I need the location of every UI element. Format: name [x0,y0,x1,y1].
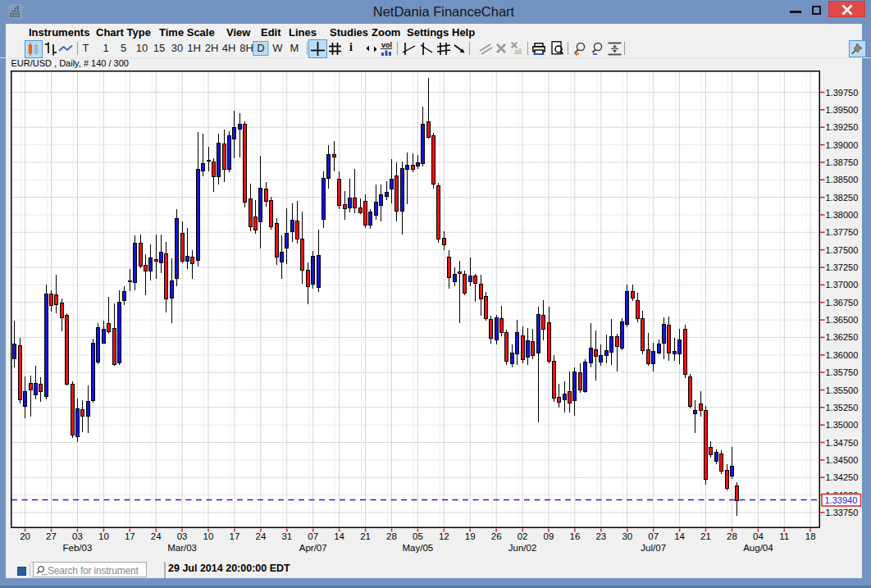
svg-text:03: 03 [177,531,188,541]
svg-text:30: 30 [622,531,632,541]
svg-text:1.38500: 1.38500 [826,175,859,185]
svg-text:12: 12 [439,531,449,541]
svg-text:1.38750: 1.38750 [826,157,859,167]
svg-text:1.36750: 1.36750 [826,298,859,308]
svg-text:28: 28 [727,531,737,541]
svg-text:Feb/03: Feb/03 [62,543,92,553]
svg-text:11: 11 [779,531,789,541]
svg-text:28: 28 [386,531,397,541]
svg-text:1.38000: 1.38000 [826,210,859,220]
svg-text:1.34500: 1.34500 [826,455,859,465]
svg-text:07: 07 [308,531,318,541]
svg-text:Jun/02: Jun/02 [508,543,537,553]
svg-text:21: 21 [360,531,371,541]
svg-text:1.34750: 1.34750 [826,438,859,448]
svg-text:1.37250: 1.37250 [826,262,859,272]
svg-text:1.36250: 1.36250 [826,332,859,342]
svg-text:24: 24 [256,531,267,541]
svg-text:1.33750: 1.33750 [826,508,859,517]
svg-text:10: 10 [203,531,214,541]
svg-text:1.35750: 1.35750 [826,367,859,377]
svg-text:16: 16 [570,531,581,541]
svg-text:20: 20 [20,531,30,541]
svg-text:31: 31 [281,531,292,541]
svg-text:27: 27 [46,531,57,541]
svg-text:1.35500: 1.35500 [826,385,859,395]
svg-text:17: 17 [125,531,135,541]
svg-text:1.39750: 1.39750 [826,88,859,98]
svg-text:1.39250: 1.39250 [826,122,859,132]
svg-text:1.35250: 1.35250 [826,403,859,413]
svg-text:1.35000: 1.35000 [826,420,859,430]
svg-text:21: 21 [700,531,711,541]
svg-text:26: 26 [491,531,502,541]
svg-text:1.36500: 1.36500 [826,315,859,325]
svg-text:07: 07 [648,531,659,541]
svg-text:23: 23 [595,531,606,541]
svg-text:Jul/07: Jul/07 [641,543,666,553]
svg-text:14: 14 [334,531,344,541]
svg-text:24: 24 [151,531,162,541]
svg-text:04: 04 [753,531,764,541]
svg-text:EUR/USD , Daily, # 140 / 300: EUR/USD , Daily, # 140 / 300 [11,58,129,68]
svg-text:Apr/07: Apr/07 [299,543,327,553]
svg-text:09: 09 [544,531,554,541]
svg-text:10: 10 [98,531,109,541]
svg-text:17: 17 [230,531,240,541]
svg-text:1.33940: 1.33940 [825,495,858,505]
svg-text:1.37000: 1.37000 [826,280,859,289]
svg-text:Mar/03: Mar/03 [167,543,197,553]
svg-text:14: 14 [674,531,685,541]
svg-text:1.36000: 1.36000 [826,350,859,360]
svg-text:1.37500: 1.37500 [826,245,859,255]
svg-text:Aug/04: Aug/04 [743,543,773,553]
svg-text:May/05: May/05 [403,543,434,553]
svg-text:18: 18 [805,531,816,541]
svg-text:1.34250: 1.34250 [826,472,859,482]
svg-text:19: 19 [465,531,476,541]
svg-text:1.39000: 1.39000 [826,140,859,150]
svg-text:1.39500: 1.39500 [826,105,859,115]
svg-text:02: 02 [518,531,528,541]
svg-text:05: 05 [413,531,423,541]
svg-text:1.38250: 1.38250 [826,193,859,203]
svg-text:03: 03 [72,531,83,541]
svg-text:1.37750: 1.37750 [826,227,859,237]
